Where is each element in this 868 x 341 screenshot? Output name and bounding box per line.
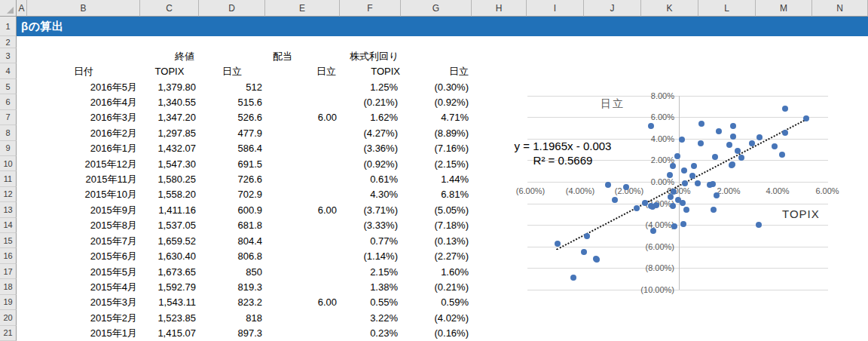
cell-date-B14[interactable]: 2015年8月 — [27, 218, 140, 233]
cell-yield-topix-F16[interactable]: (1.14%) — [340, 248, 401, 263]
column-header-D[interactable]: D — [199, 0, 265, 17]
row-header-5[interactable]: 5 — [0, 79, 17, 94]
cell-yield-hitachi-G13[interactable]: (5.05%) — [401, 202, 472, 217]
cell-topix-C13[interactable]: 1,411.16 — [140, 202, 199, 217]
header-yield-topix[interactable]: TOPIX — [340, 63, 401, 78]
row-header-6[interactable]: 6 — [0, 94, 17, 109]
cell-yield-hitachi-G7[interactable]: 4.71% — [401, 110, 472, 125]
cell-topix-C10[interactable]: 1,547.30 — [140, 156, 199, 171]
row-header-9[interactable]: 9 — [0, 141, 17, 156]
row-header-20[interactable]: 20 — [0, 310, 17, 325]
cell-date-B8[interactable]: 2016年2月 — [27, 125, 140, 140]
cell-yield-topix-F13[interactable]: (3.71%) — [340, 202, 401, 217]
cell-yield-topix-F19[interactable]: 0.55% — [340, 295, 401, 310]
cell-yield-hitachi-G12[interactable]: 6.81% — [401, 187, 472, 202]
cell-topix-C12[interactable]: 1,558.20 — [140, 187, 199, 202]
row-header-15[interactable]: 15 — [0, 233, 17, 248]
cell-date-B18[interactable]: 2015年4月 — [27, 279, 140, 294]
cell-yield-hitachi-G11[interactable]: 1.44% — [401, 171, 472, 186]
cell-yield-topix-F7[interactable]: 1.62% — [340, 110, 401, 125]
cell-dividend-E19[interactable]: 6.00 — [265, 295, 340, 310]
cell-topix-C16[interactable]: 1,630.40 — [140, 248, 199, 263]
column-header-B[interactable]: B — [27, 0, 140, 17]
cell-date-B5[interactable]: 2016年5月 — [27, 79, 140, 94]
cell-yield-topix-F14[interactable]: (3.33%) — [340, 218, 401, 233]
header-dividend-group[interactable]: 配当 — [265, 48, 340, 63]
cell-yield-hitachi-G14[interactable]: (7.18%) — [401, 218, 472, 233]
row-header-2[interactable]: 2 — [0, 36, 17, 48]
cell-date-B20[interactable]: 2015年2月 — [27, 310, 140, 325]
cell-yield-hitachi-G19[interactable]: 0.59% — [401, 295, 472, 310]
row-header-16[interactable]: 16 — [0, 248, 17, 263]
row-header-18[interactable]: 18 — [0, 279, 17, 294]
cell-date-B6[interactable]: 2016年4月 — [27, 94, 140, 109]
cell-yield-hitachi-G16[interactable]: (2.27%) — [401, 248, 472, 263]
cell-dividend-E7[interactable]: 6.00 — [265, 110, 340, 125]
cell-yield-hitachi-G20[interactable]: (4.02%) — [401, 310, 472, 325]
row-header-17[interactable]: 17 — [0, 264, 17, 279]
cell-hitachi-D12[interactable]: 702.9 — [199, 187, 265, 202]
row-header-3[interactable]: 3 — [0, 48, 17, 63]
header-yield-hitachi[interactable]: 日立 — [401, 63, 472, 78]
column-header-G[interactable]: G — [401, 0, 472, 17]
cell-hitachi-D14[interactable]: 681.8 — [199, 218, 265, 233]
cell-hitachi-D17[interactable]: 850 — [199, 264, 265, 279]
cell-yield-topix-F18[interactable]: 1.38% — [340, 279, 401, 294]
cell-topix-C5[interactable]: 1,379.80 — [140, 79, 199, 94]
cell-yield-topix-F11[interactable]: 0.61% — [340, 171, 401, 186]
cell-topix-C15[interactable]: 1,659.52 — [140, 233, 199, 248]
cell-hitachi-D21[interactable]: 897.3 — [199, 326, 265, 341]
cell-date-B15[interactable]: 2015年7月 — [27, 233, 140, 248]
cell-date-B17[interactable]: 2015年5月 — [27, 264, 140, 279]
row-header-1[interactable]: 1 — [0, 17, 17, 36]
cell-date-B16[interactable]: 2015年6月 — [27, 248, 140, 263]
column-header-J[interactable]: J — [584, 0, 641, 17]
cell-yield-topix-F15[interactable]: 0.77% — [340, 233, 401, 248]
row-header-21[interactable]: 21 — [0, 326, 17, 341]
cell-hitachi-D9[interactable]: 586.4 — [199, 141, 265, 156]
cell-topix-C11[interactable]: 1,580.25 — [140, 171, 199, 186]
cell-hitachi-D15[interactable]: 804.4 — [199, 233, 265, 248]
cell-date-B13[interactable]: 2015年9月 — [27, 202, 140, 217]
row-header-12[interactable]: 12 — [0, 187, 17, 202]
cell-hitachi-D5[interactable]: 512 — [199, 79, 265, 94]
cell-topix-C19[interactable]: 1,543.11 — [140, 295, 199, 310]
cell-hitachi-D11[interactable]: 726.6 — [199, 171, 265, 186]
cell-date-B9[interactable]: 2016年1月 — [27, 141, 140, 156]
column-header-N[interactable]: N — [812, 0, 868, 17]
cell-topix-C21[interactable]: 1,415.07 — [140, 326, 199, 341]
cell-date-B10[interactable]: 2015年12月 — [27, 156, 140, 171]
cell-yield-hitachi-G15[interactable]: (0.13%) — [401, 233, 472, 248]
cell-yield-hitachi-G17[interactable]: 1.60% — [401, 264, 472, 279]
cell-date-B12[interactable]: 2015年10月 — [27, 187, 140, 202]
header-close-topix[interactable]: TOPIX — [140, 63, 199, 78]
column-header-H[interactable]: H — [472, 0, 527, 17]
cell-yield-topix-F9[interactable]: (3.36%) — [340, 141, 401, 156]
row-header-8[interactable]: 8 — [0, 125, 17, 140]
cell-date-B19[interactable]: 2015年3月 — [27, 295, 140, 310]
cell-topix-C14[interactable]: 1,537.05 — [140, 218, 199, 233]
cell-topix-C6[interactable]: 1,340.55 — [140, 94, 199, 109]
header-close-group[interactable]: 終値 — [140, 48, 199, 63]
cell-hitachi-D16[interactable]: 806.8 — [199, 248, 265, 263]
cell-yield-topix-F17[interactable]: 2.15% — [340, 264, 401, 279]
cell-dividend-E13[interactable]: 6.00 — [265, 202, 340, 217]
cell-yield-topix-F20[interactable]: 3.22% — [340, 310, 401, 325]
column-header-E[interactable]: E — [265, 0, 340, 17]
cell-hitachi-D8[interactable]: 477.9 — [199, 125, 265, 140]
cell-yield-hitachi-G10[interactable]: (2.15%) — [401, 156, 472, 171]
cell-yield-hitachi-G6[interactable]: (0.92%) — [401, 94, 472, 109]
cell-hitachi-D10[interactable]: 691.5 — [199, 156, 265, 171]
row-header-7[interactable]: 7 — [0, 110, 17, 125]
cell-yield-hitachi-G18[interactable]: (0.21%) — [401, 279, 472, 294]
column-header-C[interactable]: C — [140, 0, 199, 17]
cell-yield-hitachi-G5[interactable]: (0.30%) — [401, 79, 472, 94]
row-header-10[interactable]: 10 — [0, 156, 17, 171]
cell-date-B7[interactable]: 2016年3月 — [27, 110, 140, 125]
header-yield-group[interactable]: 株式利回り — [340, 48, 401, 63]
column-header-K[interactable]: K — [641, 0, 698, 17]
cell-topix-C7[interactable]: 1,347.20 — [140, 110, 199, 125]
cell-topix-C17[interactable]: 1,673.65 — [140, 264, 199, 279]
row-header-19[interactable]: 19 — [0, 295, 17, 310]
cell-hitachi-D6[interactable]: 515.6 — [199, 94, 265, 109]
